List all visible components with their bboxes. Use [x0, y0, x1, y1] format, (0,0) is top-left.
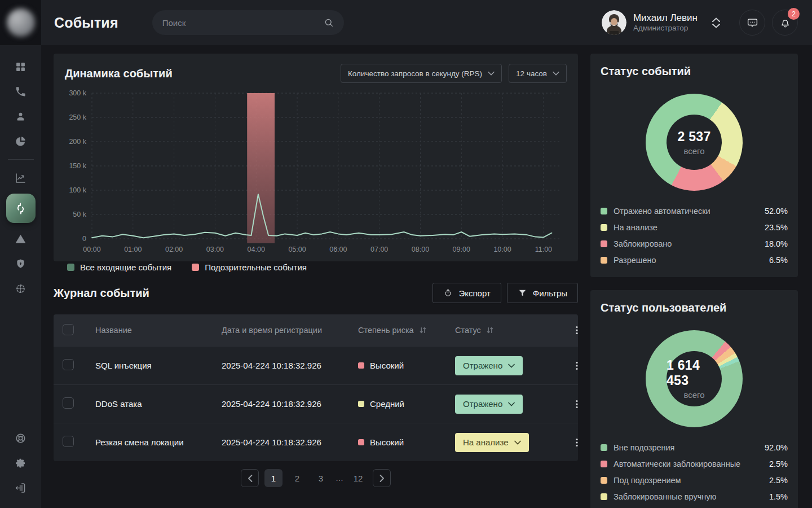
status-legend-swatch [601, 444, 607, 451]
event-datetime: 2025-04-224 10:18:32.926 [222, 437, 358, 447]
row-checkbox[interactable] [63, 397, 74, 409]
status-dropdown[interactable]: Отражено [455, 395, 523, 414]
events-line-chart[interactable]: 300 k250 k200 k150 k100 k50 k000:0001:00… [65, 86, 567, 258]
status-dropdown[interactable]: Отражено [455, 356, 523, 375]
svg-text:250 k: 250 k [69, 113, 86, 121]
svg-text:0: 0 [82, 235, 86, 243]
chevron-down-icon [514, 440, 521, 445]
chevron-down-icon [553, 71, 559, 76]
column-name[interactable]: Название [95, 326, 222, 335]
status-legend-item: Заблокировано 18.0% [601, 239, 788, 248]
search-bar[interactable] [152, 10, 344, 35]
messages-button[interactable] [739, 10, 765, 36]
risk-label: Средний [370, 399, 404, 409]
user-name: Михаил Левин [633, 12, 698, 24]
row-checkbox[interactable] [63, 359, 74, 370]
export-button[interactable]: Экспорт [433, 283, 501, 303]
trend-chart-icon [15, 172, 27, 184]
sidebar-item-logout[interactable] [8, 475, 33, 500]
page-button-12[interactable]: 12 [349, 469, 367, 487]
svg-text:09:00: 09:00 [453, 246, 470, 253]
user-menu-expander[interactable] [712, 17, 720, 28]
sidebar-divider [8, 159, 34, 160]
svg-text:03:00: 03:00 [206, 246, 224, 253]
page-button-1[interactable]: 1 [264, 469, 283, 487]
sort-icon[interactable] [418, 326, 427, 335]
page-title: События [54, 15, 118, 31]
sync-events-icon [14, 202, 27, 215]
table-header: Название Дата и время регистрации Степен… [54, 314, 578, 346]
sort-icon[interactable] [486, 326, 495, 335]
status-legend-swatch [601, 208, 607, 214]
risk-swatch [358, 362, 364, 369]
sidebar-item-settings[interactable] [8, 450, 33, 475]
sidebar-item-warning[interactable] [8, 226, 33, 251]
range-dropdown[interactable]: 12 часов [509, 64, 567, 83]
chevron-down-icon [712, 24, 720, 28]
page-button-2[interactable]: 2 [288, 469, 306, 487]
chevron-left-icon [248, 475, 253, 482]
svg-text:06:00: 06:00 [329, 246, 347, 253]
filters-button[interactable]: Фильтры [507, 283, 578, 303]
sidebar-item-sync-events[interactable] [6, 194, 36, 223]
table-row: DDoS атака 2025-04-224 10:18:32.926 Сред… [54, 384, 578, 423]
sidebar-item-globe[interactable] [8, 276, 33, 301]
pagination: 123…12 [54, 469, 578, 487]
status-legend-item: Отражено автоматически 52.0% [601, 207, 788, 216]
notifications-button[interactable]: 2 [772, 10, 798, 36]
risk-swatch [358, 401, 364, 407]
row-menu-button[interactable] [566, 393, 578, 415]
row-menu-button[interactable] [566, 431, 578, 454]
user-icon [15, 111, 27, 122]
column-status[interactable]: Статус [455, 326, 566, 335]
status-legend-label: Автоматически заблокированные [614, 459, 740, 468]
avatar[interactable] [602, 10, 626, 35]
column-risk[interactable]: Степень риска [358, 326, 455, 335]
svg-text:05:00: 05:00 [288, 246, 306, 253]
status-legend-pct: 52.0% [765, 207, 788, 216]
prev-page-button[interactable] [241, 469, 259, 487]
page-button-3[interactable]: 3 [312, 469, 330, 487]
status-legend-item: Заблокированные вручную 1.5% [601, 492, 788, 501]
phone-icon [15, 86, 27, 98]
sidebar-item-phone[interactable] [8, 79, 33, 104]
status-legend-pct: 18.0% [765, 239, 788, 248]
status-legend-item: Под подозрением 2.5% [601, 476, 788, 485]
table-row: Резкая смена локации 2025-04-224 10:18:3… [54, 423, 578, 461]
events-status-card: Статус событий 2 537 всего Отражено авто… [590, 54, 798, 277]
risk-label: Высокий [370, 437, 404, 447]
legend-swatch [192, 264, 199, 271]
select-all-checkbox[interactable] [63, 324, 74, 335]
svg-text:10:00: 10:00 [493, 246, 511, 253]
app-logo[interactable] [0, 0, 41, 45]
row-menu-button[interactable] [566, 354, 578, 377]
status-legend-item: Разрешено 6.5% [601, 256, 788, 265]
bell-icon [779, 17, 791, 29]
row-checkbox[interactable] [63, 436, 74, 447]
chevron-right-icon [379, 475, 385, 482]
risk-label: Высокий [370, 361, 404, 370]
search-icon [324, 17, 334, 28]
sidebar-item-user[interactable] [8, 104, 33, 129]
sidebar-item-pie-chart[interactable] [8, 129, 33, 154]
content: Динамика событий Количество запросов в с… [41, 45, 812, 508]
sidebar-item-trend-chart[interactable] [8, 165, 33, 190]
search-input[interactable] [162, 18, 324, 28]
risk-swatch [358, 439, 364, 445]
users-total-label: всего [683, 390, 704, 400]
pagination-ellipsis: … [336, 474, 343, 483]
next-page-button[interactable] [373, 469, 391, 487]
table-menu-button[interactable] [566, 319, 578, 341]
status-dropdown[interactable]: На анализе [455, 433, 529, 452]
export-icon [443, 288, 453, 298]
column-datetime[interactable]: Дата и время регистрации [222, 326, 358, 335]
sidebar-item-shield[interactable] [8, 251, 33, 276]
users-status-donut[interactable]: 1 614 453 всего [646, 330, 743, 427]
sidebar-item-dashboard[interactable] [8, 54, 33, 79]
sidebar-item-support[interactable] [8, 426, 33, 450]
filters-label: Фильтры [533, 288, 567, 298]
events-status-donut[interactable]: 2 537 всего [646, 94, 743, 191]
legend-item: Подозрительные события [192, 262, 307, 272]
topbar: События [41, 0, 812, 45]
metric-dropdown[interactable]: Количество запросов в секунду (RPS) [341, 64, 502, 83]
